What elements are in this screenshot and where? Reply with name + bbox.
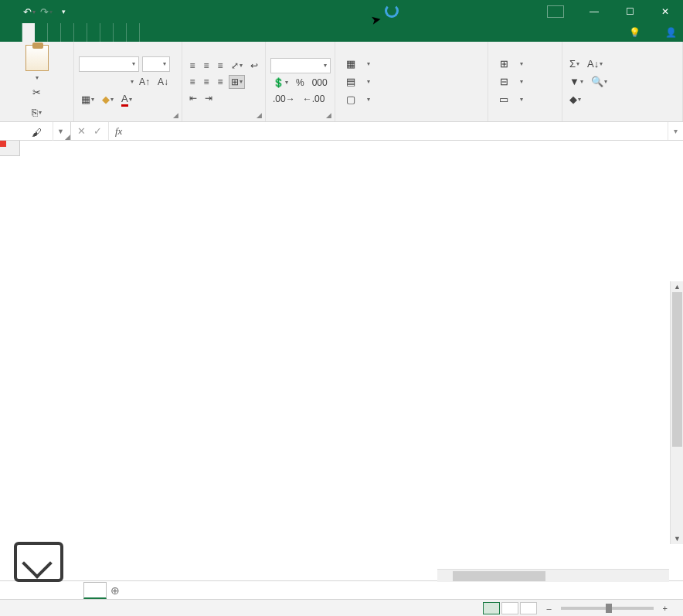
- scroll-down-icon[interactable]: ▼: [671, 533, 683, 544]
- group-label-alignment: ◢: [187, 118, 260, 120]
- expand-formula-bar-icon[interactable]: ▾: [668, 122, 683, 140]
- tab-data[interactable]: [74, 23, 87, 42]
- find-select-icon[interactable]: 🔍▾: [589, 74, 610, 90]
- minimize-button[interactable]: —: [576, 0, 612, 23]
- new-sheet-button[interactable]: ⊕: [107, 584, 124, 597]
- font-name-combo[interactable]: ▾: [79, 56, 139, 72]
- increase-indent-icon[interactable]: ⇥: [202, 91, 215, 105]
- fill-color-icon[interactable]: ◆▾: [100, 92, 116, 107]
- autosum-icon[interactable]: Σ▾: [567, 56, 582, 72]
- tab-view[interactable]: [100, 23, 114, 42]
- ribbon-tabs: 💡 👤: [0, 23, 683, 42]
- fill-icon[interactable]: ▼▾: [567, 74, 586, 90]
- decrease-decimal-icon[interactable]: ←.00: [301, 92, 328, 106]
- tab-page-layout[interactable]: [48, 23, 61, 42]
- copy-icon[interactable]: ⎘▾: [29, 104, 44, 120]
- maximize-button[interactable]: ☐: [612, 0, 647, 23]
- format-as-table-button[interactable]: ▤▾: [340, 74, 483, 90]
- grow-font-icon[interactable]: A↑: [137, 75, 152, 89]
- sort-filter-icon[interactable]: A↓▾: [585, 56, 605, 72]
- sheet-tab[interactable]: [83, 582, 107, 599]
- spreadsheet-grid[interactable]: ▲ ▼: [0, 141, 683, 573]
- scroll-thumb[interactable]: [453, 571, 545, 581]
- wrap-text-icon[interactable]: ↩: [248, 59, 260, 73]
- loading-ring-icon: [385, 4, 399, 18]
- tab-abbyy[interactable]: [114, 23, 127, 42]
- decrease-indent-icon[interactable]: ⇤: [187, 91, 199, 105]
- tab-file[interactable]: [0, 23, 22, 42]
- cell-styles-button[interactable]: ▢▾: [340, 92, 483, 107]
- save-icon[interactable]: [6, 5, 19, 18]
- comma-icon[interactable]: 000: [310, 76, 330, 90]
- underline-button[interactable]: [113, 74, 127, 90]
- zoom-slider[interactable]: [561, 607, 654, 610]
- tab-insert[interactable]: [35, 23, 48, 42]
- scroll-up-icon[interactable]: ▲: [671, 281, 683, 292]
- normal-view-icon[interactable]: [483, 602, 500, 614]
- accounting-icon[interactable]: 💲▾: [270, 76, 291, 90]
- group-cells: ⊞▾ ⊟▾ ▭▾: [488, 42, 562, 121]
- fx-icon[interactable]: fx: [109, 122, 128, 140]
- ribbon-options-icon[interactable]: [547, 5, 564, 18]
- cut-icon[interactable]: ✂: [29, 84, 44, 100]
- share-button[interactable]: 👤: [659, 27, 683, 38]
- number-format-combo[interactable]: ▾: [270, 58, 331, 73]
- tab-formulas[interactable]: [61, 23, 74, 42]
- align-center-icon[interactable]: ≡: [201, 75, 212, 89]
- font-size-combo[interactable]: ▾: [142, 56, 170, 72]
- dialog-launcher-icon[interactable]: ◢: [326, 111, 331, 119]
- group-number: ▾ 💲▾ % 000 .00→ ←.00 ◢: [266, 42, 335, 121]
- scroll-thumb[interactable]: [672, 292, 682, 447]
- conditional-formatting-button[interactable]: ▦▾: [340, 56, 483, 72]
- undo-icon[interactable]: ↶▾: [23, 5, 36, 18]
- insert-cells-button[interactable]: ⊞▾: [493, 56, 557, 72]
- group-font: ▾ ▾ ▾ A↑ A↓ ▦▾ ◆▾ A▾ ◢: [74, 42, 182, 121]
- fill-handle[interactable]: [0, 141, 5, 145]
- dialog-launcher-icon[interactable]: ◢: [65, 133, 70, 141]
- align-right-icon[interactable]: ≡: [215, 75, 226, 89]
- horizontal-scrollbar[interactable]: [437, 569, 669, 582]
- align-top-icon[interactable]: ≡: [187, 59, 198, 73]
- cancel-formula-icon[interactable]: ✕: [77, 125, 86, 137]
- vertical-scrollbar[interactable]: ▲ ▼: [670, 281, 683, 544]
- delete-cells-button[interactable]: ⊟▾: [493, 74, 557, 90]
- italic-button[interactable]: [96, 74, 110, 90]
- qat-customize-icon[interactable]: ▾: [57, 5, 70, 18]
- zoom-thumb[interactable]: [606, 604, 612, 613]
- increase-decimal-icon[interactable]: .00→: [270, 92, 297, 106]
- align-left-icon[interactable]: ≡: [187, 75, 198, 89]
- group-label-cells: [493, 118, 557, 120]
- zoom-in-icon[interactable]: +: [663, 604, 668, 613]
- formula-input[interactable]: [128, 122, 668, 140]
- shrink-font-icon[interactable]: A↓: [155, 75, 171, 89]
- tab-review[interactable]: [87, 23, 100, 42]
- orientation-icon[interactable]: ⤢▾: [229, 59, 245, 73]
- enter-formula-icon[interactable]: ✓: [93, 125, 102, 137]
- redo-icon[interactable]: ↷▾: [40, 5, 53, 18]
- dialog-launcher-icon[interactable]: ◢: [257, 111, 262, 119]
- clear-icon[interactable]: ◆▾: [567, 92, 583, 107]
- tell-me[interactable]: 💡: [623, 27, 647, 38]
- view-buttons: [483, 602, 537, 614]
- tab-acrobat[interactable]: [127, 23, 140, 42]
- bold-button[interactable]: [79, 74, 93, 90]
- merge-icon[interactable]: ⊞▾: [229, 75, 245, 89]
- percent-icon[interactable]: %: [294, 76, 307, 90]
- ribbon: ▾ ✂ ⎘▾ 🖌 ◢ ▾ ▾ ▾ A↑ A↓ ▦▾: [0, 42, 683, 122]
- name-box-input[interactable]: [0, 126, 53, 137]
- page-layout-view-icon[interactable]: [501, 602, 518, 614]
- zoom-out-icon[interactable]: –: [546, 604, 551, 613]
- formula-bar: ▼ ✕ ✓ fx ▾: [0, 122, 683, 141]
- delete-cells-icon: ⊟: [498, 76, 510, 87]
- align-middle-icon[interactable]: ≡: [201, 59, 212, 73]
- format-cells-button[interactable]: ▭▾: [493, 92, 557, 107]
- dialog-launcher-icon[interactable]: ◢: [173, 111, 178, 119]
- page-break-view-icon[interactable]: [520, 602, 537, 614]
- borders-icon[interactable]: ▦▾: [79, 92, 97, 107]
- paste-button[interactable]: ▾: [21, 45, 53, 81]
- tab-home[interactable]: [22, 23, 35, 42]
- font-color-icon[interactable]: A▾: [119, 92, 134, 107]
- close-button[interactable]: ✕: [647, 0, 683, 23]
- align-bottom-icon[interactable]: ≡: [215, 59, 226, 73]
- name-box[interactable]: ▼: [0, 122, 71, 140]
